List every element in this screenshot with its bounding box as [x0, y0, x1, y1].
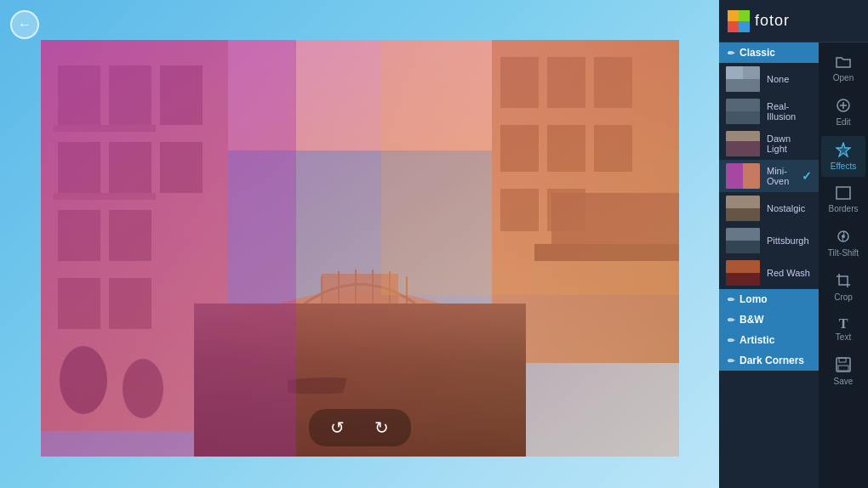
text-icon: T — [839, 317, 848, 331]
filter-mini-oven[interactable]: Mini-Oven ✓ — [719, 160, 819, 192]
tilt-shift-label: Tilt-Shift — [828, 248, 859, 258]
back-button[interactable]: ← — [10, 10, 39, 39]
category-lomo[interactable]: ✏ Lomo — [719, 289, 819, 309]
borders-icon — [836, 186, 851, 202]
svg-rect-56 — [726, 99, 760, 111]
svg-rect-57 — [726, 111, 760, 124]
svg-rect-59 — [726, 131, 760, 141]
borders-tool[interactable]: Borders — [821, 180, 865, 219]
filter-none-label: None — [767, 74, 812, 84]
svg-rect-47 — [41, 40, 679, 457]
right-toolbar: Open Edit Effects — [819, 43, 868, 488]
fotor-logo-icon — [728, 10, 750, 32]
svg-rect-49 — [739, 10, 750, 21]
active-checkmark: ✓ — [802, 169, 812, 183]
bw-brush-icon: ✏ — [728, 315, 734, 325]
artistic-label: Artistic — [740, 334, 774, 346]
filter-dawn-light[interactable]: Dawn Light — [719, 128, 819, 160]
category-classic[interactable]: ✏ Classic — [719, 43, 819, 63]
bw-label: B&W — [740, 314, 764, 326]
filter-none-thumb — [726, 66, 760, 92]
edit-tool[interactable]: Edit — [821, 92, 865, 133]
svg-rect-54 — [726, 79, 760, 92]
lomo-label: Lomo — [740, 293, 768, 305]
svg-rect-71 — [726, 260, 760, 273]
photo-canvas — [41, 40, 679, 457]
effects-icon — [836, 142, 851, 160]
panel-body: ✏ Classic None Real-Illusion — [719, 43, 868, 488]
tilt-shift-tool[interactable]: Tilt-Shift — [821, 223, 865, 264]
open-tool[interactable]: Open — [821, 49, 865, 88]
svg-rect-69 — [726, 241, 760, 253]
filter-dawn-light-label: Dawn Light — [767, 133, 812, 154]
lomo-brush-icon: ✏ — [728, 295, 734, 304]
save-icon — [836, 357, 851, 375]
brush-icon: ✏ — [728, 48, 734, 58]
text-tool[interactable]: T Text — [821, 311, 865, 348]
filter-nostalgic-thumb — [726, 196, 760, 221]
redo-button[interactable]: ↻ — [368, 414, 396, 441]
category-dark-corners[interactable]: ✏ Dark Corners — [719, 350, 819, 371]
svg-rect-48 — [728, 10, 739, 21]
svg-rect-72 — [726, 273, 760, 286]
svg-rect-60 — [726, 141, 760, 156]
borders-label: Borders — [828, 204, 858, 213]
classic-label: Classic — [740, 47, 775, 59]
tilt-shift-icon — [836, 229, 851, 247]
svg-rect-65 — [726, 196, 760, 208]
text-label: Text — [836, 332, 851, 342]
svg-rect-50 — [728, 21, 739, 32]
undo-button[interactable]: ↺ — [324, 414, 351, 441]
filter-none[interactable]: None — [719, 63, 819, 95]
svg-rect-51 — [739, 21, 750, 32]
filter-red-wash-thumb — [726, 260, 760, 286]
effects-label: Effects — [831, 162, 856, 171]
filter-real-illusion-thumb — [726, 99, 760, 124]
controls-bar: ↺ ↻ — [309, 409, 411, 446]
svg-rect-63 — [743, 163, 760, 189]
filter-mini-oven-thumb — [726, 163, 760, 189]
open-icon — [836, 55, 851, 71]
filters-list: ✏ Classic None Real-Illusion — [719, 43, 819, 488]
filter-pittsburgh-thumb — [726, 228, 760, 253]
edit-label: Edit — [836, 117, 850, 127]
svg-rect-82 — [838, 366, 848, 371]
svg-marker-76 — [837, 143, 850, 156]
svg-rect-68 — [726, 228, 760, 241]
crop-tool[interactable]: Crop — [821, 267, 865, 308]
filter-pittsburgh[interactable]: Pittsburgh — [719, 224, 819, 257]
svg-rect-77 — [837, 187, 850, 199]
effects-tool[interactable]: Effects — [821, 136, 865, 177]
filter-red-wash-label: Red Wash — [767, 268, 812, 278]
filter-dawn-light-thumb — [726, 131, 760, 156]
app-title: fotor — [755, 12, 790, 30]
dark-brush-icon: ✏ — [728, 356, 734, 366]
fotor-logo: fotor — [728, 10, 790, 32]
category-bw[interactable]: ✏ B&W — [719, 309, 819, 330]
app-header: fotor — [719, 0, 868, 43]
main-area: ← — [0, 0, 719, 488]
filter-nostalgic-label: Nostalgic — [767, 203, 812, 213]
canvas-container: ↺ ↻ — [41, 40, 679, 457]
save-label: Save — [834, 377, 854, 386]
artistic-brush-icon: ✏ — [728, 336, 734, 345]
venice-image — [41, 40, 679, 457]
filter-pittsburgh-label: Pittsburgh — [767, 235, 812, 246]
crop-icon — [836, 273, 851, 291]
dark-corners-label: Dark Corners — [740, 355, 804, 366]
filter-red-wash[interactable]: Red Wash — [719, 257, 819, 289]
filter-nostalgic[interactable]: Nostalgic — [719, 192, 819, 224]
category-artistic[interactable]: ✏ Artistic — [719, 330, 819, 350]
filter-real-illusion[interactable]: Real-Illusion — [719, 95, 819, 128]
edit-icon — [836, 98, 851, 116]
save-tool[interactable]: Save — [821, 351, 865, 392]
filter-mini-oven-label: Mini-Oven — [767, 166, 795, 186]
svg-rect-62 — [726, 163, 743, 189]
crop-label: Crop — [834, 292, 853, 302]
svg-rect-53 — [726, 66, 743, 79]
right-panel: fotor ✏ Classic None Real-Ill — [719, 0, 868, 488]
filter-real-illusion-label: Real-Illusion — [767, 101, 812, 122]
open-label: Open — [833, 73, 854, 82]
svg-rect-66 — [726, 208, 760, 221]
